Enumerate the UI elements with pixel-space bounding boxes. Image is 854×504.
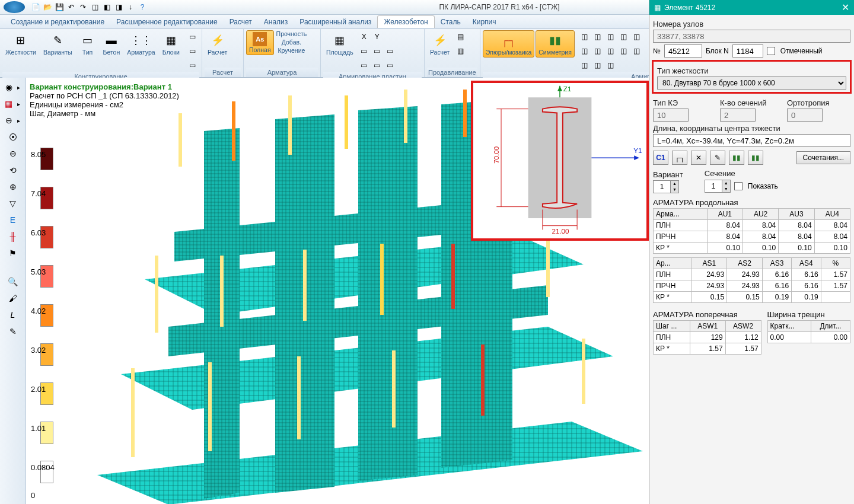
qa-undo-icon[interactable]: ↶ (66, 2, 77, 12)
qa-flag-icon[interactable]: ↓ (125, 2, 136, 12)
plastin-s4-icon[interactable]: ▭ (358, 59, 370, 71)
prodav-s2-icon[interactable]: ▥ (454, 45, 466, 57)
lt-funnel-icon[interactable]: ▽ (6, 196, 20, 210)
lt-sub3-icon[interactable]: ▸ (15, 113, 23, 127)
menu-расчет[interactable]: Расчет (224, 16, 258, 28)
tool5-icon[interactable]: ▮▮ (748, 151, 763, 165)
konstr-extra-0-icon[interactable]: ▭ (187, 31, 199, 43)
lt-zoomout-icon[interactable]: ⊖ (3, 113, 15, 127)
qa-redo-icon[interactable]: ↷ (78, 2, 88, 12)
opt-kruchenie[interactable]: Кручение (276, 47, 307, 54)
menu-кирпич[interactable]: Кирпич (467, 16, 502, 28)
legend-value: 0 (31, 491, 35, 500)
app-logo-icon (4, 1, 25, 13)
qa-cube2-icon[interactable]: ◧ (101, 2, 112, 12)
ribbon-жесткости-button[interactable]: ⊞Жесткости (2, 30, 39, 58)
lt-sub2-icon[interactable]: ▸ (15, 97, 23, 111)
lt-edit-icon[interactable]: ✎ (6, 324, 20, 339)
st-s4-icon[interactable]: ◫ (618, 31, 630, 43)
st-s12-icon[interactable]: ◫ (592, 59, 604, 71)
opt-dobav[interactable]: Добав. (276, 39, 307, 46)
qa-cube1-icon[interactable]: ◫ (90, 2, 100, 12)
lt-e-icon[interactable]: E (6, 213, 20, 227)
plastin-s5-icon[interactable]: ▭ (371, 59, 383, 71)
tool1-icon[interactable]: ┌┐ (672, 151, 687, 165)
lt-refresh-icon[interactable]: ⟲ (6, 163, 20, 177)
menu-создание-и-редактирование[interactable]: Создание и редактирование (5, 16, 110, 28)
menu-анализ[interactable]: Анализ (258, 16, 294, 28)
combo-button[interactable]: Сочетания... (796, 151, 850, 164)
trans-rebar-title: АРМАТУРА поперечная (653, 310, 761, 319)
plastin-y[interactable]: Y (371, 31, 383, 43)
st-s1-icon[interactable]: ◫ (579, 31, 591, 43)
tool3-icon[interactable]: ✎ (710, 151, 725, 165)
rk-icon-2: ▭ (79, 32, 96, 49)
lt-grid-icon[interactable]: ▦ (3, 97, 15, 111)
marked-checkbox[interactable] (767, 47, 775, 55)
sech-label: Сечение (705, 169, 778, 178)
lt-struct-icon[interactable]: ╫ (6, 229, 20, 244)
st-s13-icon[interactable]: ◫ (605, 59, 617, 71)
ribbon-symmetry-button[interactable]: ▮▮ Симметрия (536, 30, 575, 58)
lt-flag2-icon[interactable]: ⚑ (6, 246, 20, 260)
lt-brush-icon[interactable]: 🖌 (6, 291, 20, 305)
info-units: Единицы измерения - см2 (30, 100, 179, 109)
st-s10-icon[interactable]: ◫ (631, 45, 643, 57)
st-s5-icon[interactable]: ◫ (631, 31, 643, 43)
ribbon-ploschad-button[interactable]: ▦ Площадь (323, 30, 356, 58)
lt-globe-icon[interactable]: ⊕ (6, 180, 20, 194)
tool4-icon[interactable]: ▮▮ (729, 151, 744, 165)
sech-spinner[interactable]: ▲▼ (705, 180, 731, 193)
menu-расширенный-анализ[interactable]: Расширенный анализ (294, 16, 377, 28)
c1-button[interactable]: C1 (653, 151, 668, 165)
lt-search-icon[interactable]: 🔍 (6, 275, 20, 289)
qa-new-icon[interactable]: 📄 (30, 2, 41, 12)
plastin-s3-icon[interactable]: ▭ (384, 45, 396, 57)
st-s2-icon[interactable]: ◫ (592, 31, 604, 43)
tool2-icon[interactable]: ✕ (691, 151, 706, 165)
st-s6-icon[interactable]: ◫ (579, 45, 591, 57)
lt-minus-icon[interactable]: ⊖ (6, 146, 20, 161)
plastin-x[interactable]: X (358, 31, 370, 43)
rk-icon-3: ▬ (103, 32, 120, 49)
ribbon-epury-button[interactable]: ┌┐ Эпюры/мозаика (483, 30, 535, 58)
variant-spinner[interactable]: ▲▼ (653, 180, 679, 193)
ribbon-бетон-button[interactable]: ▬Бетон (100, 30, 123, 58)
show-checkbox[interactable] (734, 182, 743, 190)
ribbon-варианты-button[interactable]: ✎Варианты (40, 30, 75, 58)
st-s7-icon[interactable]: ◫ (592, 45, 604, 57)
plastin-s6-icon[interactable]: ▭ (384, 59, 396, 71)
st-s11-icon[interactable]: ◫ (579, 59, 591, 71)
lt-italic-icon[interactable]: L (6, 308, 20, 322)
plastin-s1-icon[interactable]: ▭ (358, 45, 370, 57)
prodav-s1-icon[interactable]: ▤ (454, 31, 466, 43)
ribbon-prodav-button[interactable]: ⚡ Расчет (427, 30, 453, 58)
stiff-select[interactable]: 80. Двутавр 70 в брусе 1000 х 600 (657, 76, 846, 90)
ribbon-тип-button[interactable]: ▭Тип (77, 30, 99, 58)
lt-orbit-icon[interactable]: ◉ (3, 80, 15, 94)
ribbon-блоки-button[interactable]: ▦Блоки (160, 30, 183, 58)
konstr-extra-1-icon[interactable]: ▭ (187, 45, 199, 57)
ribbon-арматура-button[interactable]: ⋮⋮Арматура (124, 30, 158, 58)
menu-расширенное-редактирование[interactable]: Расширенное редактирование (110, 16, 224, 28)
menu-сталь[interactable]: Сталь (435, 16, 467, 28)
st-s9-icon[interactable]: ◫ (618, 45, 630, 57)
ribbon-polnaya-button[interactable]: As Полная (246, 30, 274, 55)
viewport-3d[interactable]: Вариант конструирования:Вариант 1 Расчет… (26, 78, 649, 504)
konstr-extra-2-icon[interactable]: ▭ (187, 59, 199, 71)
qa-open-icon[interactable]: 📂 (42, 2, 53, 12)
lt-sub1-icon[interactable]: ▸ (15, 80, 23, 94)
n-field[interactable] (664, 44, 702, 58)
plastin-s2-icon[interactable]: ▭ (371, 45, 383, 57)
qa-cube3-icon[interactable]: ◨ (113, 2, 124, 12)
block-field[interactable] (732, 44, 763, 58)
opt-prochnost[interactable]: Прочность (276, 30, 307, 37)
st-s8-icon[interactable]: ◫ (605, 45, 617, 57)
lt-pause-icon[interactable]: ⦿ (6, 130, 20, 144)
panel-close-icon[interactable]: ✕ (842, 2, 849, 13)
ribbon-raschet-button[interactable]: ⚡ Расчет (205, 30, 230, 58)
menu-железобетон[interactable]: Железобетон (377, 15, 434, 28)
qa-help-icon[interactable]: ? (137, 2, 148, 12)
st-s3-icon[interactable]: ◫ (605, 31, 617, 43)
qa-save-icon[interactable]: 💾 (54, 2, 65, 12)
